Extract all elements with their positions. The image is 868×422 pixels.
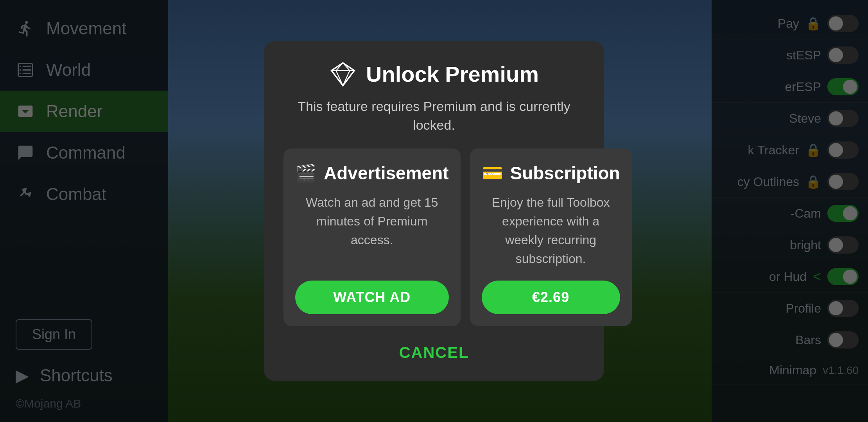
modal-title: Unlock Premium bbox=[366, 61, 539, 87]
subscription-title: Subscription bbox=[510, 163, 620, 184]
modal-cards: 🎬 Advertisement Watch an ad and get 15 m… bbox=[283, 148, 585, 326]
diamond-icon bbox=[329, 61, 357, 88]
subscription-card-header: 💳 Subscription bbox=[482, 163, 620, 184]
advertisement-title: Advertisement bbox=[324, 163, 449, 184]
modal-subtitle: This feature requires Premium and is cur… bbox=[283, 97, 585, 134]
subscription-icon: 💳 bbox=[482, 163, 503, 183]
cancel-button[interactable]: CANCEL bbox=[384, 340, 485, 365]
advertisement-description: Watch an ad and get 15 minutes of Premiu… bbox=[295, 193, 449, 268]
advertisement-icon: 🎬 bbox=[295, 163, 317, 183]
modal-overlay[interactable]: Unlock Premium This feature requires Pre… bbox=[0, 0, 868, 422]
subscription-description: Enjoy the full Toolbox experience with a… bbox=[482, 193, 620, 268]
advertisement-card-header: 🎬 Advertisement bbox=[295, 163, 449, 184]
watch-ad-button[interactable]: WATCH AD bbox=[295, 281, 449, 314]
subscription-card: 💳 Subscription Enjoy the full Toolbox ex… bbox=[470, 148, 632, 326]
unlock-premium-modal: Unlock Premium This feature requires Pre… bbox=[264, 41, 604, 381]
svg-marker-2 bbox=[332, 63, 354, 86]
modal-header: Unlock Premium bbox=[329, 61, 539, 88]
subscribe-button[interactable]: €2.69 bbox=[482, 281, 620, 314]
advertisement-card: 🎬 Advertisement Watch an ad and get 15 m… bbox=[283, 148, 461, 326]
